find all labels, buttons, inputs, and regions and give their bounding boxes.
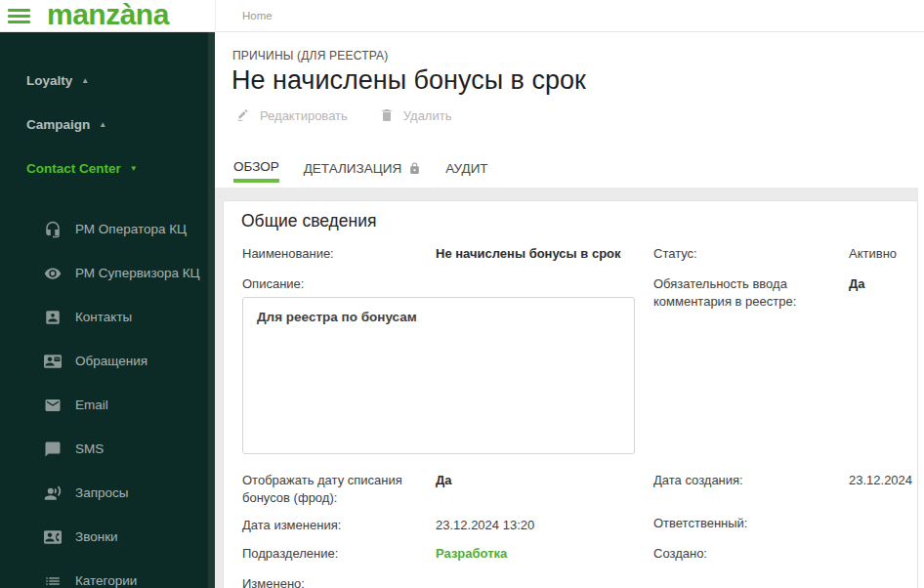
contact-mail-icon (44, 353, 62, 370)
sidebar-item-requests[interactable]: Запросы (0, 471, 215, 515)
sidebar-scrollbar[interactable] (208, 32, 215, 588)
breadcrumb-home[interactable]: Home (242, 0, 273, 32)
sidebar-item-label: Звонки (75, 529, 118, 544)
tab-bar: ОБЗОР ДЕТАЛИЗАЦИЯ АУДИТ (233, 159, 488, 183)
sidebar-section-label: Contact Center (26, 161, 121, 176)
field-label-status: Статус: (653, 245, 821, 263)
delete-button-label: Удалить (403, 108, 452, 123)
eye-icon (44, 265, 62, 282)
field-label-show-writeoff-date: Отображать дату списания бонусов (фрод): (242, 472, 418, 506)
top-bar: manzàna Home (0, 0, 924, 32)
chevron-up-icon: ▲ (99, 121, 106, 129)
field-label-modified-by: Изменено: (242, 575, 418, 588)
field-label-created-date: Дата создания: (653, 472, 821, 489)
field-value-show-writeoff-date: Да (436, 472, 646, 489)
sidebar-item-label: SMS (75, 441, 104, 456)
sidebar: Loyalty ▲ Campaign ▲ Contact Center ▼ РМ… (0, 32, 215, 588)
field-label-modified-date: Дата изменения: (242, 517, 418, 534)
sidebar-item-label: Обращения (75, 354, 147, 368)
sidebar-item-label: Email (75, 398, 108, 412)
tab-audit[interactable]: АУДИТ (445, 159, 487, 183)
description-textarea[interactable]: Для реестра по бонусам (242, 297, 635, 454)
field-label-name: Наименование: (242, 245, 418, 263)
main-content: ПРИЧИНЫ (ДЛЯ РЕЕСТРА) Не начислены бонус… (215, 32, 924, 588)
sidebar-item-supervisor-workplace[interactable]: РМ Супервизора КЦ (0, 251, 215, 295)
entity-type-label: ПРИЧИНЫ (ДЛЯ РЕЕСТРА) (232, 49, 389, 63)
field-label-division: Подразделение: (242, 545, 418, 563)
trash-icon (379, 107, 395, 123)
sidebar-section-campaign[interactable]: Campaign ▲ (0, 103, 215, 147)
field-label-created-by: Создано: (653, 545, 821, 563)
hamburger-menu-icon[interactable] (8, 9, 30, 24)
sidebar-item-label: Запросы (75, 485, 128, 500)
chevron-down-icon: ▼ (130, 165, 138, 173)
content-scrollbar-track[interactable] (918, 188, 924, 588)
edit-button[interactable]: Редактировать (235, 107, 348, 123)
card-heading: Общие сведения (241, 211, 376, 231)
email-icon (44, 397, 62, 414)
sidebar-item-sms[interactable]: SMS (0, 427, 215, 471)
sidebar-item-label: Контакты (75, 310, 132, 324)
toolbar: Редактировать Удалить (235, 107, 451, 123)
sidebar-item-contacts[interactable]: Контакты (0, 295, 215, 339)
field-label-comment-required: Обязательность ввода комментария в реест… (653, 275, 821, 310)
pencil-icon (235, 107, 251, 123)
contact-card-icon (44, 309, 62, 326)
contact-phone-icon (44, 528, 62, 546)
sidebar-section-contact-center[interactable]: Contact Center ▼ (0, 147, 215, 190)
sidebar-item-label: Категории (75, 573, 137, 588)
field-value-created-date: 23.12.2024 (849, 472, 924, 489)
content-area: Общие сведения Наименование: Не начислен… (215, 188, 924, 588)
field-value-comment-required: Да (849, 275, 924, 293)
topbar-divider (215, 0, 216, 31)
sidebar-item-categories[interactable]: Категории (0, 559, 215, 588)
general-info-card: Общие сведения Наименование: Не начислен… (223, 200, 918, 588)
field-value-modified-date: 23.12.2024 13:20 (436, 517, 646, 534)
sidebar-section-label: Loyalty (26, 73, 72, 88)
voice-request-icon (44, 484, 62, 502)
delete-button[interactable]: Удалить (379, 107, 452, 123)
sidebar-item-email[interactable]: Email (0, 383, 215, 427)
edit-button-label: Редактировать (260, 108, 348, 123)
chevron-up-icon: ▲ (81, 77, 89, 85)
page-title: Не начислены бонусы в срок (231, 65, 586, 96)
sidebar-item-label: РМ Супервизора КЦ (75, 266, 200, 280)
sidebar-item-operator-workplace[interactable]: РМ Оператора КЦ (0, 207, 215, 251)
field-value-status: Активно (849, 245, 924, 263)
headset-icon (44, 221, 62, 238)
sidebar-item-cases[interactable]: Обращения (0, 339, 215, 383)
brand-logo[interactable]: manzàna (47, 0, 169, 29)
sidebar-submenu: РМ Оператора КЦ РМ Супервизора КЦ Контак… (0, 207, 215, 588)
sidebar-section-label: Campaign (26, 117, 90, 132)
chat-icon (44, 441, 62, 458)
list-icon (44, 572, 62, 588)
sidebar-item-label: РМ Оператора КЦ (75, 222, 187, 236)
field-label-description: Описание: (242, 275, 418, 293)
lock-icon (408, 162, 421, 175)
sidebar-section-loyalty[interactable]: Loyalty ▲ (0, 59, 215, 103)
field-value-name: Не начислены бонусы в срок (436, 245, 646, 263)
tab-overview[interactable]: ОБЗОР (233, 159, 279, 183)
tab-detailing[interactable]: ДЕТАЛИЗАЦИЯ (304, 159, 421, 183)
sidebar-item-calls[interactable]: Звонки (0, 515, 215, 559)
field-value-division-link[interactable]: Разработка (436, 545, 646, 563)
tab-detailing-label: ДЕТАЛИЗАЦИЯ (304, 161, 401, 176)
field-label-responsible: Ответственный: (653, 515, 821, 532)
